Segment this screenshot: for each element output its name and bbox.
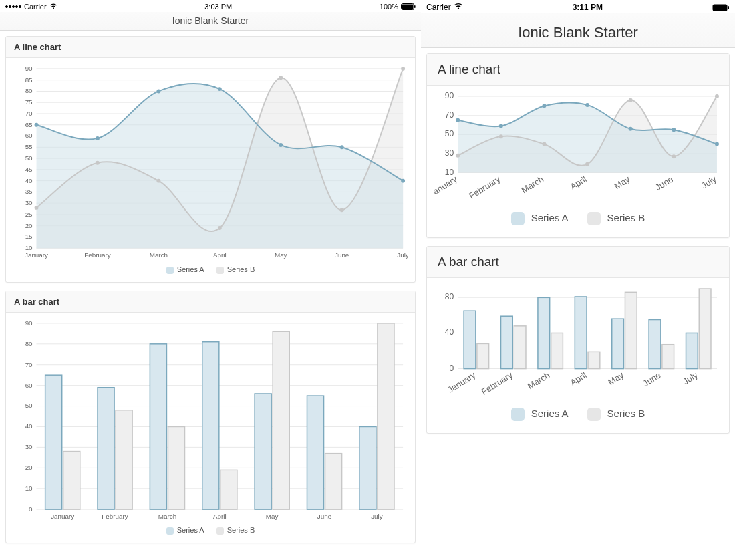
- bar-chart-card: A bar chart 0102030405060708090JanuaryFe…: [5, 291, 416, 543]
- svg-text:February: February: [102, 513, 128, 520]
- chart-legend: Series A Series B: [434, 205, 722, 235]
- svg-rect-144: [538, 297, 550, 368]
- battery-icon: [712, 4, 730, 11]
- svg-rect-82: [116, 410, 132, 509]
- svg-text:80: 80: [445, 292, 454, 301]
- svg-text:40: 40: [445, 327, 454, 337]
- svg-rect-90: [255, 394, 271, 509]
- svg-rect-157: [699, 289, 711, 369]
- svg-point-122: [629, 127, 633, 131]
- svg-text:40: 40: [25, 422, 33, 430]
- svg-point-119: [499, 124, 503, 128]
- svg-point-38: [96, 161, 100, 165]
- chart-legend: Series A Series B: [13, 261, 408, 279]
- svg-point-42: [340, 208, 344, 212]
- svg-point-48: [279, 143, 283, 147]
- svg-point-123: [672, 128, 676, 132]
- svg-rect-141: [501, 316, 513, 368]
- svg-point-41: [279, 76, 283, 80]
- svg-text:January: January: [446, 370, 478, 395]
- svg-text:May: May: [266, 513, 279, 520]
- svg-rect-150: [612, 319, 624, 368]
- bar-chart: 0102030405060708090JanuaryFebruaryMarchA…: [13, 318, 408, 523]
- card-header: A line chart: [427, 54, 729, 86]
- svg-rect-1: [402, 5, 413, 9]
- legend-item-b: Series B: [587, 212, 645, 225]
- status-bar: Carrier 3:11 PM: [421, 0, 735, 13]
- svg-point-118: [456, 118, 460, 122]
- legend-item-a: Series A: [511, 408, 569, 421]
- svg-text:May: May: [275, 251, 287, 259]
- svg-rect-145: [551, 333, 563, 368]
- svg-text:April: April: [569, 174, 589, 192]
- svg-text:March: March: [519, 174, 545, 195]
- svg-text:20: 20: [25, 464, 33, 471]
- svg-text:85: 85: [25, 76, 33, 84]
- svg-text:July: July: [681, 370, 700, 386]
- svg-rect-2: [414, 5, 416, 8]
- svg-point-113: [542, 142, 546, 146]
- bar-chart: 04080JanuaryFebruaryMarchAprilMayJuneJul…: [434, 283, 722, 401]
- legend-item-b: Series B: [587, 408, 645, 421]
- svg-text:June: June: [335, 251, 349, 259]
- line-chart: 1030507090JanuaryFebruaryMarchAprilMayJu…: [434, 91, 722, 205]
- status-time: 3:03 PM: [204, 3, 232, 11]
- svg-rect-78: [45, 375, 62, 509]
- swatch-icon: [587, 212, 601, 225]
- svg-text:90: 90: [25, 319, 33, 326]
- svg-text:40: 40: [25, 177, 33, 184]
- svg-text:May: May: [606, 370, 625, 387]
- wifi-icon: [454, 3, 463, 12]
- svg-text:March: March: [158, 513, 176, 520]
- svg-text:30: 30: [445, 148, 454, 158]
- svg-text:15: 15: [25, 233, 33, 240]
- svg-text:80: 80: [25, 87, 33, 94]
- svg-rect-79: [63, 451, 80, 509]
- svg-point-120: [542, 104, 546, 108]
- status-time: 3:11 PM: [573, 3, 603, 12]
- svg-text:June: June: [641, 370, 663, 388]
- svg-point-111: [456, 154, 460, 158]
- svg-rect-138: [464, 311, 476, 368]
- svg-text:July: July: [700, 174, 718, 190]
- svg-text:March: March: [150, 251, 168, 259]
- legend-item-a: Series A: [511, 212, 569, 225]
- status-bar: Carrier 3:03 PM 100%: [0, 0, 421, 12]
- chart-legend: Series A Series B: [13, 522, 408, 540]
- svg-rect-154: [662, 345, 674, 369]
- svg-text:80: 80: [25, 339, 33, 347]
- card-header: A bar chart: [6, 291, 415, 313]
- svg-text:0: 0: [449, 363, 454, 372]
- content[interactable]: A line chart 1030507090JanuaryFebruaryMa…: [421, 48, 735, 560]
- svg-point-114: [585, 162, 589, 166]
- svg-text:75: 75: [25, 98, 33, 106]
- svg-rect-96: [359, 426, 376, 509]
- svg-rect-153: [649, 319, 661, 368]
- svg-text:10: 10: [25, 484, 33, 492]
- svg-rect-99: [713, 4, 728, 11]
- svg-point-112: [499, 134, 503, 138]
- swatch-icon: [587, 408, 601, 421]
- svg-text:January: January: [434, 174, 459, 199]
- svg-text:65: 65: [25, 121, 33, 128]
- svg-rect-147: [575, 297, 587, 369]
- nav-title: Ionic Blank Starter: [0, 12, 421, 31]
- svg-text:February: February: [84, 251, 111, 259]
- svg-rect-100: [728, 6, 729, 9]
- svg-rect-85: [168, 426, 184, 509]
- content[interactable]: A line chart 101520253035404550556065707…: [0, 31, 421, 560]
- svg-point-117: [715, 94, 719, 98]
- svg-text:90: 90: [445, 91, 454, 100]
- svg-text:50: 50: [445, 129, 454, 138]
- svg-rect-91: [273, 331, 289, 509]
- svg-point-39: [156, 179, 160, 183]
- svg-point-121: [585, 103, 589, 107]
- legend-item-a: Series A: [166, 265, 204, 274]
- svg-point-46: [156, 89, 160, 93]
- signal-icon: [5, 5, 21, 8]
- svg-text:10: 10: [25, 244, 33, 251]
- svg-text:May: May: [612, 174, 631, 191]
- svg-text:April: April: [569, 370, 589, 388]
- svg-text:70: 70: [445, 110, 454, 120]
- svg-text:35: 35: [25, 188, 33, 195]
